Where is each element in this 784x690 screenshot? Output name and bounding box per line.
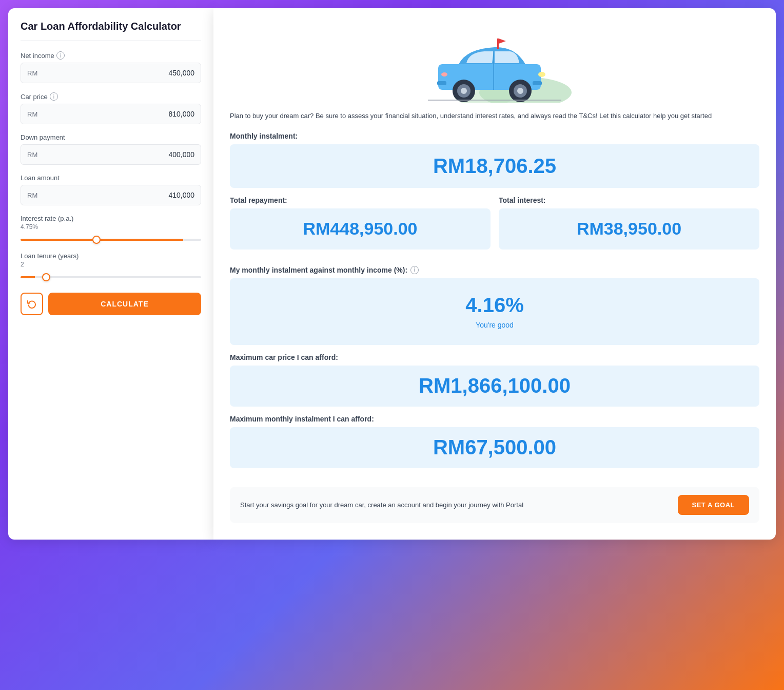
down-payment-group: Down payment RM bbox=[21, 133, 201, 165]
svg-rect-16 bbox=[437, 81, 446, 85]
car-price-label: Car price i bbox=[21, 92, 201, 101]
action-buttons: CALCULATE bbox=[21, 293, 201, 315]
loan-tenure-slider[interactable] bbox=[21, 276, 201, 278]
car-price-group: Car price i RM bbox=[21, 92, 201, 124]
loan-tenure-section: Loan tenure (years) 2 bbox=[21, 252, 201, 280]
max-car-price-box: RM1,866,100.00 bbox=[230, 366, 759, 407]
max-monthly-instalment-label: Maximum monthly instalment I can afford: bbox=[230, 415, 759, 423]
net-income-prefix: RM bbox=[27, 69, 37, 77]
loan-tenure-label: Loan tenure (years) bbox=[21, 252, 201, 260]
car-illustration bbox=[230, 21, 759, 103]
total-repayment-value: RM448,950.00 bbox=[303, 219, 417, 239]
total-repayment-section: Total repayment: RM448,950.00 bbox=[230, 196, 491, 250]
loan-amount-input[interactable] bbox=[42, 191, 194, 199]
max-car-price-value: RM1,866,100.00 bbox=[419, 374, 571, 397]
svg-marker-14 bbox=[499, 39, 506, 44]
total-repayment-box: RM448,950.00 bbox=[230, 208, 491, 250]
net-income-group: Net income i RM bbox=[21, 51, 201, 83]
loan-amount-label: Loan amount bbox=[21, 174, 201, 182]
net-income-input[interactable] bbox=[42, 69, 194, 77]
left-panel: Car Loan Affordability Calculator Net in… bbox=[8, 8, 213, 540]
svg-point-9 bbox=[461, 88, 467, 94]
monthly-instalment-label: Monthly instalment: bbox=[230, 132, 759, 140]
svg-point-4 bbox=[471, 34, 487, 43]
down-payment-input[interactable] bbox=[42, 150, 194, 159]
svg-point-3 bbox=[449, 33, 468, 44]
percentage-value: 4.16% bbox=[465, 294, 523, 317]
interest-rate-value: 4.75% bbox=[21, 223, 201, 231]
car-price-prefix: RM bbox=[27, 110, 37, 118]
promo-text: Plan to buy your dream car? Be sure to a… bbox=[230, 111, 759, 122]
percentage-info-icon[interactable]: i bbox=[410, 266, 419, 274]
net-income-input-wrapper: RM bbox=[21, 63, 201, 83]
net-income-label: Net income i bbox=[21, 51, 201, 60]
total-interest-box: RM38,950.00 bbox=[499, 208, 759, 250]
max-monthly-instalment-value: RM67,500.00 bbox=[433, 436, 556, 459]
max-car-price-label: Maximum car price I can afford: bbox=[230, 353, 759, 361]
loan-amount-group: Loan amount RM bbox=[21, 174, 201, 205]
svg-point-18 bbox=[538, 72, 545, 77]
set-goal-button[interactable]: SET A GOAL bbox=[678, 495, 749, 515]
total-interest-section: Total interest: RM38,950.00 bbox=[499, 196, 759, 250]
loan-amount-prefix: RM bbox=[27, 191, 37, 199]
panel-title: Car Loan Affordability Calculator bbox=[21, 21, 201, 41]
interest-rate-section: Interest rate (p.a.) 4.75% bbox=[21, 215, 201, 243]
percentage-section: My monthly instalment against monthly in… bbox=[230, 266, 759, 345]
reset-button[interactable] bbox=[21, 293, 43, 315]
monthly-instalment-value: RM18,706.25 bbox=[433, 155, 556, 178]
repayment-interest-row: Total repayment: RM448,950.00 Total inte… bbox=[230, 196, 759, 258]
svg-rect-17 bbox=[533, 81, 542, 85]
car-price-input-wrapper: RM bbox=[21, 104, 201, 124]
right-panel: Plan to buy your dream car? Be sure to a… bbox=[213, 8, 776, 540]
svg-rect-13 bbox=[497, 39, 499, 49]
svg-point-12 bbox=[517, 88, 523, 94]
svg-point-19 bbox=[441, 72, 447, 76]
set-goal-section: Start your savings goal for your dream c… bbox=[230, 487, 759, 523]
interest-rate-label: Interest rate (p.a.) bbox=[21, 215, 201, 222]
total-interest-value: RM38,950.00 bbox=[577, 219, 681, 239]
calculate-button[interactable]: CALCULATE bbox=[48, 293, 201, 315]
set-goal-text: Start your savings goal for your dream c… bbox=[240, 500, 670, 510]
monthly-instalment-section: Monthly instalment: RM18,706.25 bbox=[230, 132, 759, 188]
loan-amount-input-wrapper: RM bbox=[21, 185, 201, 205]
total-interest-label: Total interest: bbox=[499, 196, 759, 204]
total-repayment-label: Total repayment: bbox=[230, 196, 491, 204]
max-car-price-section: Maximum car price I can afford: RM1,866,… bbox=[230, 353, 759, 407]
max-monthly-instalment-box: RM67,500.00 bbox=[230, 427, 759, 468]
car-price-info-icon[interactable]: i bbox=[50, 92, 58, 101]
percentage-box: 4.16% You're good bbox=[230, 278, 759, 345]
monthly-instalment-box: RM18,706.25 bbox=[230, 144, 759, 188]
down-payment-label: Down payment bbox=[21, 133, 201, 141]
max-monthly-instalment-section: Maximum monthly instalment I can afford:… bbox=[230, 415, 759, 468]
down-payment-prefix: RM bbox=[27, 151, 37, 159]
percentage-status: You're good bbox=[476, 321, 514, 329]
loan-tenure-value: 2 bbox=[21, 261, 201, 268]
down-payment-input-wrapper: RM bbox=[21, 144, 201, 165]
net-income-info-icon[interactable]: i bbox=[56, 51, 65, 60]
interest-rate-slider[interactable] bbox=[21, 239, 201, 241]
car-price-input[interactable] bbox=[42, 110, 194, 118]
percentage-label: My monthly instalment against monthly in… bbox=[230, 266, 759, 274]
